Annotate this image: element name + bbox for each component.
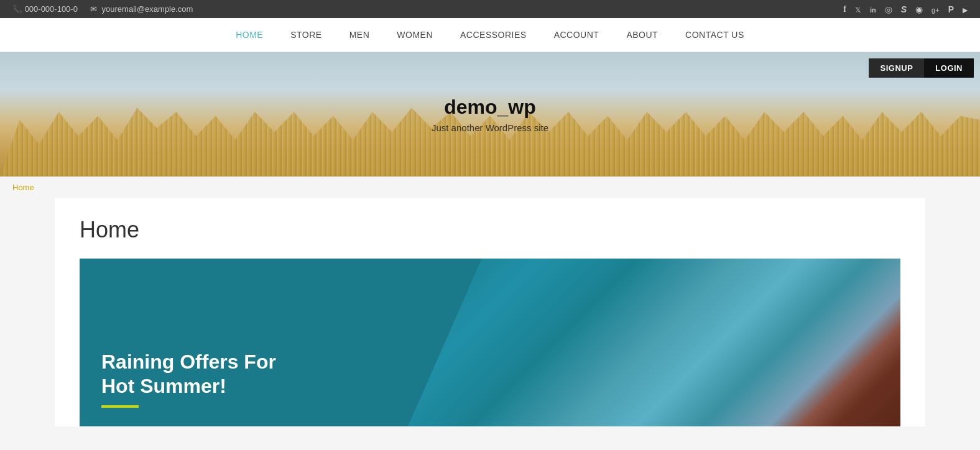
nav-item-men[interactable]: MEN — [336, 19, 384, 51]
nav-item-accessories[interactable]: ACCESSORIES — [446, 19, 540, 51]
email-icon — [90, 4, 99, 14]
nav-item-women[interactable]: WOMEN — [383, 19, 446, 51]
main-navigation: HOME STORE MEN WOMEN ACCESSORIES ACCOUNT… — [0, 18, 980, 52]
page-title: Home — [80, 217, 900, 243]
auth-buttons: SIGNUP LOGIN — [869, 58, 974, 78]
top-bar: 000-000-100-0 youremail@example.com — [0, 0, 980, 18]
rss-icon[interactable] — [915, 4, 923, 14]
nav-link-account[interactable]: ACCOUNT — [540, 19, 613, 51]
top-bar-left: 000-000-100-0 youremail@example.com — [12, 4, 193, 14]
signup-button[interactable]: SIGNUP — [869, 58, 924, 78]
breadcrumb-home[interactable]: Home — [12, 183, 34, 192]
breadcrumb: Home — [0, 177, 980, 198]
instagram-icon[interactable] — [885, 4, 892, 14]
promo-banner: Raining Offers For Hot Summer! — [80, 259, 900, 426]
nav-link-home[interactable]: HOME — [222, 19, 277, 51]
nav-link-men[interactable]: MEN — [336, 19, 384, 51]
nav-item-contact-us[interactable]: CONTACT US — [672, 19, 758, 51]
phone-number: 000-000-100-0 — [12, 4, 78, 14]
social-icons-bar — [843, 4, 968, 14]
nav-link-accessories[interactable]: ACCESSORIES — [446, 19, 540, 51]
phone-icon — [12, 4, 22, 14]
linkedin-icon[interactable] — [870, 4, 876, 14]
site-title: demo_wp — [432, 96, 548, 119]
promo-text: Raining Offers For Hot Summer! — [101, 350, 276, 408]
nav-item-about[interactable]: ABOUT — [612, 19, 672, 51]
promo-underline — [101, 405, 139, 408]
nav-item-store[interactable]: STORE — [277, 19, 335, 51]
gplus-icon[interactable] — [931, 4, 940, 14]
pinterest-icon[interactable] — [948, 4, 954, 14]
nav-link-store[interactable]: STORE — [277, 19, 335, 51]
youtube-icon[interactable] — [963, 4, 968, 14]
nav-link-women[interactable]: WOMEN — [383, 19, 446, 51]
email-address: youremail@example.com — [90, 4, 193, 14]
skype-icon[interactable] — [901, 4, 907, 14]
site-tagline: Just another WordPress site — [432, 122, 548, 133]
nav-item-account[interactable]: ACCOUNT — [540, 19, 613, 51]
login-button[interactable]: LOGIN — [924, 58, 974, 78]
nav-link-contact-us[interactable]: CONTACT US — [672, 19, 758, 51]
twitter-icon[interactable] — [855, 4, 861, 14]
nav-item-home[interactable]: HOME — [222, 19, 277, 51]
nav-link-about[interactable]: ABOUT — [612, 19, 672, 51]
promo-heading: Raining Offers For Hot Summer! — [101, 350, 276, 398]
main-content: Home Raining Offers For Hot Summer! — [55, 198, 925, 426]
nav-list: HOME STORE MEN WOMEN ACCESSORIES ACCOUNT… — [222, 19, 758, 51]
hero-text: demo_wp Just another WordPress site — [432, 96, 548, 133]
facebook-icon[interactable] — [843, 4, 846, 14]
hero-banner: SIGNUP LOGIN demo_wp Just another WordPr… — [0, 52, 980, 177]
